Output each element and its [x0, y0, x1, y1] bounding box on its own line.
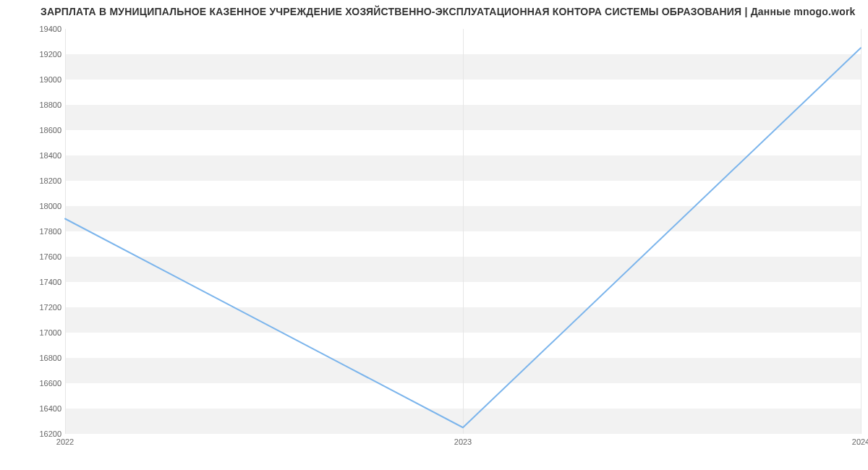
y-axis-tick-label: 17400: [11, 278, 61, 286]
x-grid-line: [861, 29, 861, 434]
y-axis-tick-label: 17800: [11, 227, 61, 236]
chart-container: ЗАРПЛАТА В МУНИЦИПАЛЬНОЕ КАЗЕННОЕ УЧРЕЖД…: [0, 0, 868, 470]
chart-title: ЗАРПЛАТА В МУНИЦИПАЛЬНОЕ КАЗЕННОЕ УЧРЕЖД…: [41, 6, 861, 17]
line-series: [65, 48, 861, 427]
y-axis-tick-label: 18400: [11, 151, 61, 160]
x-axis-tick-label: 2024: [852, 437, 868, 446]
y-axis-tick-label: 19400: [11, 25, 61, 33]
y-axis-tick-label: 16200: [11, 430, 61, 438]
y-axis-tick-label: 16800: [11, 354, 61, 362]
y-axis-tick-label: 19200: [11, 50, 61, 59]
y-axis-tick-label: 17600: [11, 252, 61, 261]
plot-area: [65, 29, 861, 434]
y-axis-tick-label: 17200: [11, 303, 61, 312]
y-axis-tick-label: 16600: [11, 379, 61, 388]
y-axis-tick-label: 18800: [11, 101, 61, 109]
y-axis-tick-label: 16400: [11, 404, 61, 413]
y-axis-tick-label: 19000: [11, 75, 61, 84]
y-axis-tick-label: 18600: [11, 126, 61, 134]
y-axis-tick-label: 18000: [11, 202, 61, 210]
line-series-layer: [65, 29, 861, 434]
y-axis-tick-label: 18200: [11, 176, 61, 185]
y-axis-tick-label: 17000: [11, 328, 61, 337]
x-axis-tick-label: 2023: [454, 437, 472, 446]
x-axis-tick-label: 2022: [56, 437, 74, 446]
